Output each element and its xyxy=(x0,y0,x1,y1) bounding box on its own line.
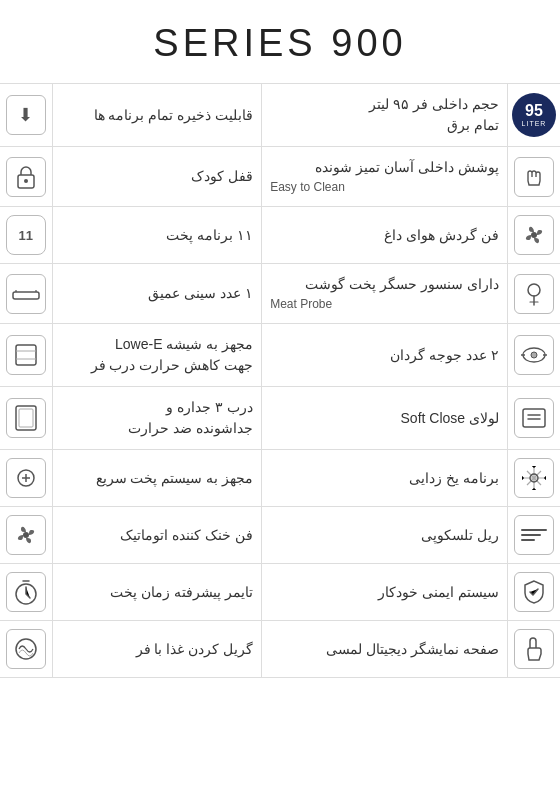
right-text-9: صفحه نمایشگر دیجیتال لمسی xyxy=(262,621,508,678)
svg-rect-4 xyxy=(13,292,39,299)
svg-point-1 xyxy=(24,179,28,183)
svg-rect-7 xyxy=(16,345,36,365)
right-icon-7 xyxy=(508,507,561,564)
svg-rect-8 xyxy=(523,409,545,427)
left-icon-6 xyxy=(0,450,52,507)
right-icon-4 xyxy=(508,324,561,387)
left-icon-9 xyxy=(0,621,52,678)
left-text-4: مجهز به شیشه Lowe-Eجهت کاهش حرارت درب فر xyxy=(52,324,262,387)
left-icon-4 xyxy=(0,324,52,387)
left-text-2: ۱۱ برنامه پخت xyxy=(52,207,262,264)
svg-point-3 xyxy=(528,284,540,296)
left-text-0: قابلیت ذخیره تمام برنامه ها xyxy=(52,84,262,147)
right-icon-0: 95LITER xyxy=(508,84,561,147)
features-table: 95LITERحجم داخلی فر ۹۵ لیترتمام برققابلی… xyxy=(0,83,560,678)
right-icon-5 xyxy=(508,387,561,450)
right-icon-8 xyxy=(508,564,561,621)
left-text-1: قفل کودک xyxy=(52,147,262,207)
right-icon-6 xyxy=(508,450,561,507)
right-icon-1 xyxy=(508,147,561,207)
right-text-3: دارای سنسور حسگر پخت گوشتMeat Probe xyxy=(262,264,508,324)
header: SERIES 900 xyxy=(0,0,560,83)
left-text-6: مجهز به سیستم پخت سریع xyxy=(52,450,262,507)
left-text-3: ۱ عدد سینی عمیق xyxy=(52,264,262,324)
left-icon-5 xyxy=(0,387,52,450)
svg-point-6 xyxy=(531,352,537,358)
svg-point-13 xyxy=(23,532,29,538)
right-icon-2 xyxy=(508,207,561,264)
right-text-4: ۲ عدد جوجه گردان xyxy=(262,324,508,387)
left-text-8: تایمر پیشرفته زمان پخت xyxy=(52,564,262,621)
left-icon-8 xyxy=(0,564,52,621)
right-text-2: فن گردش هوای داغ xyxy=(262,207,508,264)
right-icon-3 xyxy=(508,264,561,324)
right-text-8: سیستم ایمنی خودکار xyxy=(262,564,508,621)
right-text-7: ریل تلسکوپی xyxy=(262,507,508,564)
right-icon-9 xyxy=(508,621,561,678)
left-icon-3 xyxy=(0,264,52,324)
left-text-9: گریل کردن غذا با فر xyxy=(52,621,262,678)
right-text-6: برنامه یخ زدایی xyxy=(262,450,508,507)
series-title: SERIES 900 xyxy=(0,0,560,83)
right-text-1: پوشش داخلی آسان تمیز شوندهEasy to Clean xyxy=(262,147,508,207)
right-text-0: حجم داخلی فر ۹۵ لیترتمام برق xyxy=(262,84,508,147)
right-text-5: لولای Soft Close xyxy=(262,387,508,450)
svg-point-2 xyxy=(531,232,537,238)
left-icon-0: ⬇ xyxy=(0,84,52,147)
left-text-7: فن خنک کننده اتوماتیک xyxy=(52,507,262,564)
left-icon-2: 11 xyxy=(0,207,52,264)
left-text-5: درب ۳ جداره وجداشونده ضد حرارت xyxy=(52,387,262,450)
left-icon-7 xyxy=(0,507,52,564)
svg-rect-10 xyxy=(19,409,33,427)
left-icon-1 xyxy=(0,147,52,207)
